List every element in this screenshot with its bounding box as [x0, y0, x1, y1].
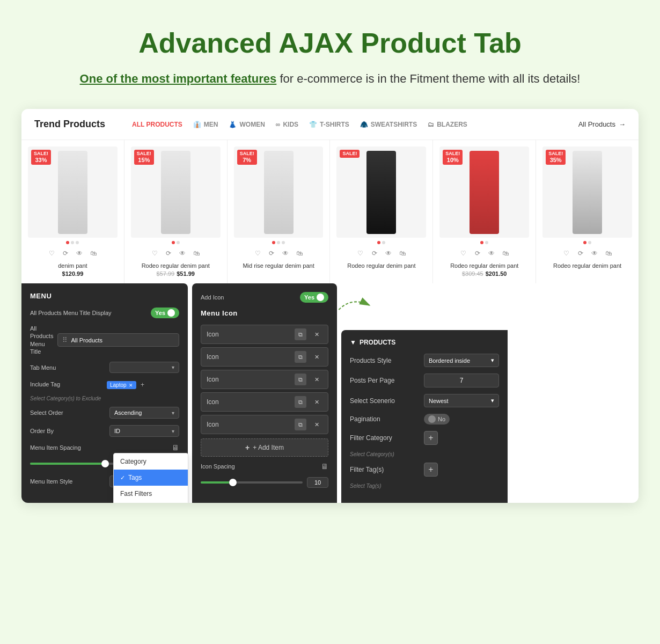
products-panel-title-label: PRODUCTS: [360, 339, 395, 346]
filter-tags-add-btn[interactable]: +: [424, 463, 438, 477]
add-icon-toggle[interactable]: Yes: [300, 292, 328, 303]
tab-sweatshirts[interactable]: 🧥 SWEATSHIRTS: [360, 121, 417, 128]
icon-remove-btn[interactable]: ✕: [311, 351, 322, 363]
cart-icon[interactable]: 🛍: [501, 248, 510, 258]
icon-copy-btn[interactable]: ⧉: [295, 396, 306, 408]
pagination-toggle[interactable]: No: [424, 414, 450, 425]
product-dots: [131, 241, 221, 244]
sale-pct: 35%: [548, 157, 563, 164]
chevron-down-icon: ▾: [491, 357, 494, 364]
tab-bar-title: Trend Products: [34, 119, 105, 130]
compare-icon[interactable]: ⟳: [267, 248, 276, 258]
move-icon: ⠿: [62, 336, 68, 344]
icon-label: Icon: [207, 353, 290, 361]
sale-pct: 7%: [240, 157, 254, 164]
tab-menu-row: Tab Menu ▾ Category ✓ Tags: [30, 362, 179, 373]
order-by-dropdown[interactable]: ID ▾: [109, 425, 179, 437]
tab-men[interactable]: 👔 MEN: [193, 121, 218, 128]
scenario-value: Newest: [429, 398, 449, 404]
order-by-row: Order By ID ▾: [30, 425, 179, 437]
scenario-select[interactable]: Newest ▾: [424, 394, 499, 407]
tab-blazers[interactable]: 🗂 BLAZERS: [428, 121, 467, 128]
select-order-dropdown[interactable]: Ascending ▾: [109, 407, 179, 419]
icon-remove-btn[interactable]: ✕: [311, 396, 322, 408]
all-products-title-input[interactable]: ⠿ All Products: [57, 333, 179, 347]
product-dots: [28, 241, 118, 244]
product-name: Rodeo regular denim pant: [336, 262, 426, 269]
hero-subtitle: One of the most important features for e…: [43, 70, 617, 87]
icon-label: Icon: [207, 398, 290, 406]
include-tag-row: Include Tag Laptop ✕ +: [30, 379, 179, 389]
cart-icon[interactable]: 🛍: [604, 248, 613, 258]
products-style-select[interactable]: Bordered inside ▾: [424, 354, 499, 367]
tag-add-icon[interactable]: +: [141, 381, 144, 389]
add-item-button[interactable]: + + Add Item: [201, 438, 328, 457]
view-icon[interactable]: 👁: [281, 248, 290, 258]
tab-men-label: MEN: [204, 121, 218, 128]
all-products-btn-label: All Products: [578, 120, 615, 128]
wishlist-icon[interactable]: ♡: [459, 248, 468, 258]
cart-icon[interactable]: 🛍: [192, 248, 201, 258]
wishlist-icon[interactable]: ♡: [47, 248, 56, 258]
dropdown-item-label: Category: [120, 458, 146, 465]
cart-icon[interactable]: 🛍: [398, 248, 407, 258]
compare-icon[interactable]: ⟳: [473, 248, 482, 258]
tag-value: Laptop: [110, 382, 127, 388]
wishlist-icon[interactable]: ♡: [562, 248, 571, 258]
compare-icon[interactable]: ⟳: [61, 248, 70, 258]
filter-tags-hint: Select Tag(s): [350, 483, 499, 489]
product-card: SALE!15% ♡ ⟳ 👁 🛍 Rodeo regular denim pan…: [124, 140, 228, 283]
compare-icon[interactable]: ⟳: [370, 248, 379, 258]
hero-subtitle-bold: One of the most important features: [80, 72, 277, 85]
icon-copy-btn[interactable]: ⧉: [295, 374, 306, 385]
tab-tshirts[interactable]: 👕 T-SHIRTS: [309, 121, 349, 128]
wishlist-icon[interactable]: ♡: [253, 248, 262, 258]
view-icon[interactable]: 👁: [75, 248, 84, 258]
dropdown-item-category[interactable]: Category: [114, 453, 188, 470]
icon-remove-btn[interactable]: ✕: [311, 328, 322, 340]
icon-copy-btn[interactable]: ⧉: [295, 351, 306, 363]
view-icon[interactable]: 👁: [487, 248, 496, 258]
monitor-icon: 🖥: [321, 462, 328, 471]
dropdown-item-attributes[interactable]: Attributes: [114, 502, 188, 503]
all-products-title-row: All Products Menu Title Display Yes: [30, 308, 179, 318]
icon-remove-btn[interactable]: ✕: [311, 419, 322, 430]
product-price: $120.99: [28, 270, 118, 277]
filter-category-add-btn[interactable]: +: [424, 431, 438, 445]
tab-tshirts-label: T-SHIRTS: [320, 121, 349, 128]
dropdown-item-fast-filters[interactable]: Fast Filters: [114, 486, 188, 502]
compare-icon[interactable]: ⟳: [164, 248, 173, 258]
menu-section-title: MENU: [30, 292, 179, 300]
toggle-yes-label: Yes: [304, 294, 314, 301]
all-products-button[interactable]: All Products →: [578, 120, 626, 128]
tab-kids[interactable]: ∞ KIDS: [276, 121, 298, 128]
cart-icon[interactable]: 🛍: [295, 248, 304, 258]
icon-copy-btn[interactable]: ⧉: [295, 328, 306, 340]
dropdown-item-tags[interactable]: ✓ Tags: [114, 470, 188, 486]
tab-all-products[interactable]: ALL PRODUCTS: [132, 121, 182, 128]
filter-category-row: Filter Category +: [350, 431, 499, 445]
view-icon[interactable]: 👁: [178, 248, 187, 258]
sale-pct: 15%: [137, 157, 151, 164]
icon-copy-btn[interactable]: ⧉: [295, 419, 306, 430]
icon-row: Icon ⧉ ✕: [201, 347, 328, 367]
view-icon[interactable]: 👁: [590, 248, 599, 258]
tab-menu-select[interactable]: ▾: [109, 362, 179, 373]
select-scenario-label: Select Scenerio: [350, 397, 420, 405]
view-icon[interactable]: 👁: [384, 248, 393, 258]
compare-icon[interactable]: ⟳: [576, 248, 585, 258]
wishlist-icon[interactable]: ♡: [150, 248, 159, 258]
products-grid: SALE!33% ♡ ⟳ 👁 🛍 denim pant $120.99: [21, 140, 639, 283]
tab-women[interactable]: 👗 WOMEN: [229, 121, 265, 128]
product-dots: [336, 241, 426, 244]
toggle-yes-btn[interactable]: Yes: [151, 308, 179, 318]
tag-remove-icon[interactable]: ✕: [129, 383, 133, 388]
posts-per-page-input[interactable]: 7: [424, 374, 499, 387]
tab-menu-dropdown[interactable]: Category ✓ Tags Fast Filters Attributes: [113, 453, 188, 503]
wishlist-icon[interactable]: ♡: [356, 248, 365, 258]
collapse-arrow-icon[interactable]: ▼: [350, 339, 356, 346]
add-icon-label: Add Icon: [201, 294, 296, 301]
cart-icon[interactable]: 🛍: [89, 248, 98, 258]
icon-spacing-slider[interactable]: [201, 481, 303, 484]
icon-remove-btn[interactable]: ✕: [311, 374, 322, 385]
